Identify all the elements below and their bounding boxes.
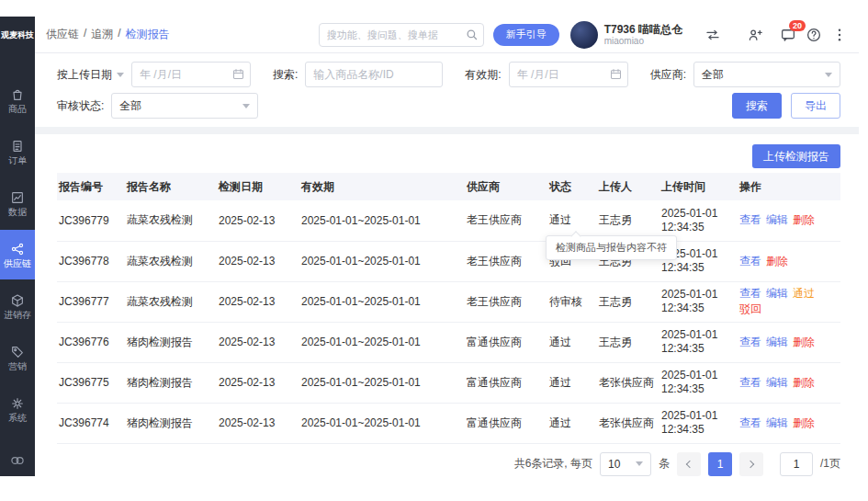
help-icon[interactable]: [806, 27, 822, 43]
table-toolbar: 上传检测报告: [57, 140, 840, 173]
action-edit[interactable]: 编辑: [766, 376, 788, 389]
report-table: 报告编号 报告名称 检测日期 有效期 供应商 状态 上传人 上传时间 操作: [57, 173, 840, 444]
col-status: 状态: [549, 173, 599, 200]
product-search-input[interactable]: [305, 62, 443, 87]
status-tooltip: 检测商品与报告内容不符: [546, 235, 677, 260]
col-validity: 有效期: [301, 173, 467, 200]
sidebar-item-orders[interactable]: 订单: [0, 127, 35, 176]
more-menu-icon[interactable]: [831, 27, 848, 43]
chevron-down-icon: [636, 461, 643, 466]
breadcrumb-supply-chain[interactable]: 供应链: [46, 27, 79, 42]
cell-validity: 2025-01-01~2025-01-01: [301, 403, 467, 443]
brand-logo: 观麦科技: [0, 17, 35, 53]
calendar-icon[interactable]: [609, 67, 623, 81]
user-block[interactable]: T7936 喵喵总仓 miaomiao: [570, 21, 682, 49]
table-header-row: 报告编号 报告名称 检测日期 有效期 供应商 状态 上传人 上传时间 操作: [57, 173, 840, 200]
action-view[interactable]: 查看: [739, 336, 761, 348]
cell-uploader: 老张供应商: [599, 403, 661, 443]
audit-status-select[interactable]: 全部: [111, 93, 258, 119]
cell-report-id: JC396777: [57, 281, 127, 322]
cell-report-id: JC396775: [57, 362, 127, 403]
calendar-icon[interactable]: [231, 67, 245, 81]
action-edit[interactable]: 编辑: [766, 336, 788, 348]
cell-supplier: 富通供应商: [467, 322, 549, 362]
action-edit[interactable]: 编辑: [766, 287, 788, 300]
cell-validity: 2025-01-01~2025-01-01: [301, 362, 467, 403]
prev-page-button[interactable]: [677, 452, 701, 476]
sidebar-item-system[interactable]: 系统: [0, 384, 35, 434]
cell-supplier: 富通供应商: [467, 403, 549, 443]
cell-upload-time: 2025-01-0112:34:35: [661, 322, 739, 362]
action-delete[interactable]: 删除: [793, 376, 815, 389]
export-button[interactable]: 导出: [791, 93, 840, 119]
action-delete[interactable]: 删除: [793, 416, 815, 429]
table-row: JC396774猪肉检测报告2025-02-132025-01-01~2025-…: [57, 403, 840, 443]
topbar: 供应链 / 追溯 / 检测报告 新手引导 T7936: [35, 17, 859, 53]
table-row: JC396778蔬菜农残检测2025-02-132025-01-01~2025-…: [57, 241, 840, 281]
action-edit[interactable]: 编辑: [766, 416, 788, 429]
action-view[interactable]: 查看: [739, 213, 761, 226]
user-name: T7936 喵喵总仓: [604, 23, 682, 36]
global-search: [319, 23, 484, 47]
sidebar-footer-logo: [0, 452, 35, 469]
action-delete[interactable]: 删除: [766, 255, 788, 268]
global-search-input[interactable]: [319, 23, 484, 47]
switch-account-icon[interactable]: [705, 27, 721, 43]
sidebar-item-data[interactable]: 数据: [0, 178, 35, 228]
table-row: JC396779蔬菜农残检测2025-02-132025-01-01~2025-…: [57, 200, 840, 241]
product-search-field: [305, 62, 443, 87]
action-edit[interactable]: 编辑: [766, 213, 788, 226]
sidebar-item-supply-chain[interactable]: 供应链: [0, 230, 35, 279]
action-approve[interactable]: 通过: [793, 287, 815, 300]
sidebar-item-goods[interactable]: 商品: [0, 75, 35, 125]
col-test-date: 检测日期: [219, 173, 301, 200]
pagination-total-pages: /1页: [820, 456, 840, 472]
upload-report-button[interactable]: 上传检测报告: [752, 144, 840, 168]
search-icon[interactable]: [465, 28, 479, 41]
sidebar-item-marketing[interactable]: 营销: [0, 333, 35, 382]
guide-button[interactable]: 新手引导: [493, 24, 559, 46]
table-row: JC396776猪肉检测报告2025-02-132025-01-01~2025-…: [57, 322, 840, 362]
contacts-icon[interactable]: [747, 27, 763, 43]
cell-report-name: 蔬菜农残检测: [127, 200, 219, 241]
sidebar-item-label: 系统: [8, 414, 27, 423]
avatar[interactable]: [570, 21, 598, 49]
app-window: 观麦科技 商品订单数据供应链进销存营销系统 供应链 / 追溯 / 检测报告: [0, 17, 859, 476]
sidebar-item-label: 数据: [8, 208, 27, 217]
cell-actions: 查看编辑通过驳回: [739, 281, 840, 322]
search-button[interactable]: 搜索: [732, 93, 782, 119]
cell-status: 待审核: [549, 281, 599, 322]
cell-test-date: 2025-02-13: [219, 322, 301, 362]
sidebar-item-label: 订单: [8, 156, 27, 165]
col-report-name: 报告名称: [127, 173, 219, 200]
search-label: 搜索:: [273, 67, 298, 83]
messages-icon[interactable]: 20: [780, 27, 796, 43]
col-actions: 操作: [739, 173, 840, 200]
page-size-select[interactable]: 10: [600, 452, 651, 476]
action-view[interactable]: 查看: [739, 376, 761, 389]
action-delete[interactable]: 删除: [793, 213, 815, 226]
cell-supplier: 老王供应商: [467, 200, 549, 241]
cell-test-date: 2025-02-13: [219, 241, 301, 281]
page-jump-input[interactable]: [780, 452, 813, 476]
action-reject[interactable]: 驳回: [739, 302, 761, 315]
col-uploader: 上传人: [599, 173, 661, 200]
inventory-icon: [10, 293, 25, 308]
user-info: T7936 喵喵总仓 miaomiao: [604, 23, 682, 47]
page-1-button[interactable]: 1: [708, 452, 732, 476]
action-delete[interactable]: 删除: [793, 336, 815, 348]
validity-date-field: [509, 62, 628, 87]
action-view[interactable]: 查看: [739, 416, 761, 429]
col-upload-time: 上传时间: [661, 173, 739, 200]
breadcrumb-trace[interactable]: 追溯: [91, 27, 113, 42]
cell-validity: 2025-01-01~2025-01-01: [301, 281, 467, 322]
user-subname: miaomiao: [604, 36, 682, 47]
date-type-dropdown[interactable]: 按上传日期: [57, 67, 124, 83]
action-view[interactable]: 查看: [739, 255, 761, 268]
cell-uploader: 老张供应商: [599, 362, 661, 403]
action-view[interactable]: 查看: [739, 287, 761, 300]
supplier-select[interactable]: 全部: [693, 62, 840, 87]
breadcrumb-separator: /: [84, 27, 86, 42]
next-page-button[interactable]: [739, 452, 763, 476]
sidebar-item-inventory[interactable]: 进销存: [0, 281, 35, 331]
